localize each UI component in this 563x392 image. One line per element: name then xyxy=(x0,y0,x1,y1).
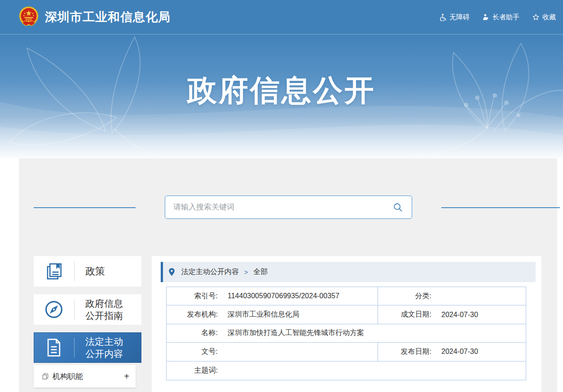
search-icon xyxy=(393,202,403,212)
favorite-label: 收藏 xyxy=(542,13,556,22)
national-emblem-logo[interactable] xyxy=(17,5,40,29)
wheelchair-icon xyxy=(439,13,447,21)
site-title: 深圳市工业和信息化局 xyxy=(45,9,171,25)
sidebar-item-statutory-disclosure[interactable]: 法定主动 公开内容 xyxy=(34,332,141,363)
pages-icon xyxy=(42,373,49,380)
elder-helper-link[interactable]: 长者助手 xyxy=(482,13,519,22)
index-number-label: 索引号: xyxy=(167,287,220,305)
accessibility-link[interactable]: 无障碍 xyxy=(439,13,470,22)
elder-person-icon xyxy=(482,13,490,21)
sidebar: 政策 政府信息 公开指南 xyxy=(34,256,141,388)
book-icon xyxy=(34,262,74,281)
date-written-value: 2024-07-30 xyxy=(434,305,526,323)
publisher-value: 深圳市工业和信息化局 xyxy=(220,305,378,323)
publisher-label: 发布机构: xyxy=(167,305,220,323)
category-label: 分类: xyxy=(378,287,434,305)
sidebar-item-label: 法定主动 公开内容 xyxy=(85,335,123,360)
sidebar-item-label: 政府信息 公开指南 xyxy=(85,297,123,322)
breadcrumb: 法定主动公开内容 > 全部 xyxy=(161,262,536,282)
expand-plus-icon[interactable]: + xyxy=(124,372,129,381)
item-divider xyxy=(74,261,75,281)
sidebar-item-guide[interactable]: 政府信息 公开指南 xyxy=(34,294,141,325)
compass-icon xyxy=(34,300,74,319)
doc-name-value: 深圳市加快打造人工智能先锋城市行动方案 xyxy=(220,324,526,342)
category-value xyxy=(434,287,526,305)
main-panel: 法定主动公开内容 > 全部 索引号: 114403005907069935/20… xyxy=(152,256,541,392)
doc-number-label: 文号: xyxy=(167,343,220,361)
date-written-label: 成文日期: xyxy=(378,305,434,323)
keywords-value xyxy=(220,362,526,380)
subitem-label: 机构职能 xyxy=(53,371,83,382)
doc-number-value xyxy=(220,343,378,361)
search-button[interactable] xyxy=(389,202,412,212)
search-box xyxy=(165,196,412,219)
table-row: 主题词: xyxy=(167,362,526,380)
top-header: 深圳市工业和信息化局 无障碍 长者助手 收藏 xyxy=(0,0,563,35)
search-input[interactable] xyxy=(165,203,389,212)
table-row: 名称: 深圳市加快打造人工智能先锋城市行动方案 xyxy=(167,324,526,343)
date-published-label: 发布日期: xyxy=(378,343,434,361)
accessibility-label: 无障碍 xyxy=(449,13,470,22)
sidebar-subitem-functions[interactable]: 机构职能 + xyxy=(34,365,136,388)
index-number-value: 114403005907069935/2024-00357 xyxy=(220,287,378,305)
table-row: 文号: 发布日期: 2024-07-30 xyxy=(167,343,526,361)
sidebar-item-label: 政策 xyxy=(85,265,105,278)
favorite-link[interactable]: 收藏 xyxy=(532,13,556,22)
document-icon xyxy=(34,338,74,357)
page-title: 政府信息公开 xyxy=(0,70,563,111)
right-divider-line xyxy=(441,207,560,208)
document-info-table: 索引号: 114403005907069935/2024-00357 分类: 发… xyxy=(166,287,526,380)
doc-name-label: 名称: xyxy=(167,324,220,342)
keywords-label: 主题词: xyxy=(167,362,220,380)
table-row: 发布机构: 深圳市工业和信息化局 成文日期: 2024-07-30 xyxy=(167,305,526,324)
elder-helper-label: 长者助手 xyxy=(493,13,519,22)
location-pin-icon xyxy=(168,268,175,276)
breadcrumb-separator: > xyxy=(244,269,248,276)
sidebar-item-policy[interactable]: 政策 xyxy=(34,256,141,287)
breadcrumb-accent-stripe xyxy=(161,262,163,282)
banner: 政府信息公开 xyxy=(0,35,563,158)
star-icon xyxy=(532,13,540,21)
table-row: 索引号: 114403005907069935/2024-00357 分类: xyxy=(167,287,526,305)
item-divider xyxy=(74,338,75,357)
date-published-value: 2024-07-30 xyxy=(434,343,526,361)
item-divider xyxy=(74,300,75,319)
left-divider-line xyxy=(34,207,136,208)
breadcrumb-section[interactable]: 法定主动公开内容 xyxy=(181,267,239,277)
header-utils: 无障碍 长者助手 收藏 xyxy=(439,13,563,22)
content-panel: 政策 政府信息 公开指南 xyxy=(19,158,557,392)
breadcrumb-current[interactable]: 全部 xyxy=(253,267,268,277)
